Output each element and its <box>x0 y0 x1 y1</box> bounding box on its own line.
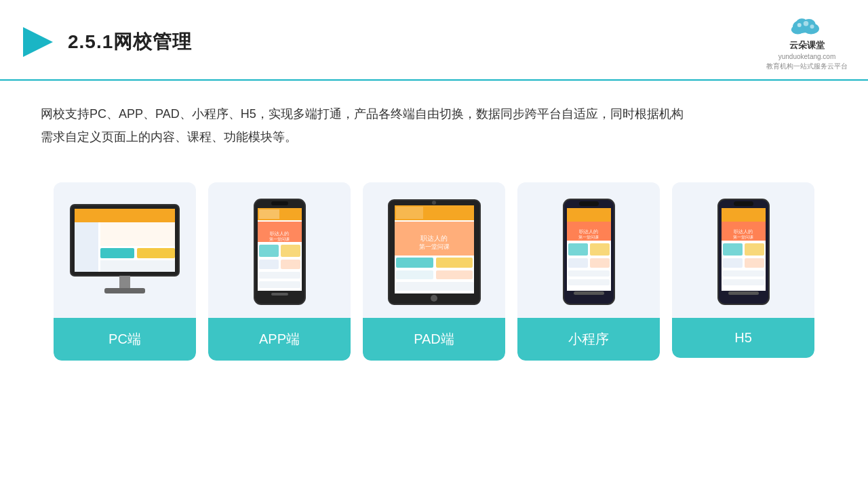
card-pc-image <box>54 182 196 318</box>
svg-rect-73 <box>723 270 764 277</box>
miniprogram-phone-icon: 职达人的 第一堂问课 <box>560 196 618 308</box>
header-left: 2.5.1网校管理 <box>20 24 192 60</box>
svg-text:第一堂问课: 第一堂问课 <box>418 243 449 250</box>
logo-icon <box>787 12 827 38</box>
svg-rect-11 <box>75 209 175 222</box>
card-app: 职达人的 第一堂问课 APP端 <box>208 182 351 361</box>
logo-url: yunduoketang.com <box>778 53 836 60</box>
svg-text:第一堂问课: 第一堂问课 <box>733 235 753 239</box>
svg-rect-56 <box>590 243 610 256</box>
card-h5: 职达人的 第一堂问课 H5 <box>672 182 814 358</box>
svg-rect-18 <box>104 288 145 293</box>
svg-rect-17 <box>119 276 130 289</box>
card-pad: 职达人的 第一堂问课 PAD端 <box>363 182 505 361</box>
svg-rect-57 <box>568 258 588 268</box>
svg-rect-59 <box>568 270 610 277</box>
svg-rect-75 <box>728 291 759 295</box>
svg-rect-23 <box>259 209 279 219</box>
svg-rect-28 <box>281 245 300 257</box>
card-miniprogram-image: 职达人的 第一堂问课 <box>517 182 660 318</box>
header: 2.5.1网校管理 云朵课堂 yunduoketang.com 教育机构一站式服… <box>0 0 868 81</box>
svg-point-8 <box>810 24 814 28</box>
card-pc-label: PC端 <box>54 318 196 361</box>
card-miniprogram: 职达人的 第一堂问课 小程序 <box>517 182 660 361</box>
svg-rect-55 <box>568 243 588 256</box>
card-h5-label: H5 <box>672 318 814 358</box>
svg-rect-16 <box>100 260 175 272</box>
svg-rect-74 <box>723 279 764 285</box>
pad-tablet-icon: 职达人的 第一堂问课 <box>385 195 484 310</box>
card-pad-label: PAD端 <box>363 318 505 361</box>
svg-rect-72 <box>745 258 764 268</box>
logo-name: 云朵课堂 <box>789 39 825 52</box>
card-pad-image: 职达人的 第一堂问课 <box>363 182 505 318</box>
card-app-label: APP端 <box>208 318 351 361</box>
logo-area: 云朵课堂 yunduoketang.com 教育机构一站式服务云平台 <box>766 12 848 71</box>
svg-rect-65 <box>722 208 766 222</box>
svg-rect-44 <box>396 270 433 279</box>
svg-rect-71 <box>723 258 743 268</box>
svg-rect-46 <box>396 282 474 291</box>
card-app-image: 职达人的 第一堂问课 <box>208 182 351 318</box>
svg-rect-14 <box>100 248 134 258</box>
svg-text:第一堂问课: 第一堂问课 <box>578 235 599 239</box>
description: 网校支持PC、APP、PAD、小程序、H5，实现多端打通，产品各终端自由切换，数… <box>0 81 868 155</box>
app-phone-icon: 职达人的 第一堂问课 <box>251 196 309 308</box>
svg-rect-30 <box>281 260 300 269</box>
cards-container: PC端 职达人的 第一堂问课 <box>0 162 868 381</box>
svg-rect-50 <box>579 201 599 206</box>
card-miniprogram-label: 小程序 <box>517 318 660 361</box>
svg-rect-21 <box>271 201 288 205</box>
svg-point-7 <box>804 21 809 26</box>
pc-monitor-icon <box>64 198 186 306</box>
play-icon <box>20 24 56 60</box>
svg-rect-31 <box>259 272 300 279</box>
svg-rect-69 <box>723 243 743 256</box>
svg-rect-43 <box>436 258 473 268</box>
svg-rect-58 <box>590 258 610 268</box>
svg-text:职达人的: 职达人的 <box>579 229 598 235</box>
svg-rect-15 <box>137 248 175 258</box>
svg-text:职达人的: 职达人的 <box>270 231 289 237</box>
svg-text:职达人的: 职达人的 <box>420 235 448 242</box>
svg-rect-29 <box>259 260 279 269</box>
svg-rect-32 <box>259 281 300 288</box>
svg-rect-13 <box>100 222 175 246</box>
svg-rect-12 <box>75 222 98 272</box>
svg-rect-61 <box>574 291 604 295</box>
svg-rect-51 <box>567 208 611 222</box>
svg-text:第一堂问课: 第一堂问课 <box>269 237 290 241</box>
svg-point-36 <box>432 201 436 205</box>
svg-rect-45 <box>436 270 473 279</box>
card-pc: PC端 <box>54 182 196 361</box>
svg-rect-42 <box>396 258 433 268</box>
logo-tagline: 教育机构一站式服务云平台 <box>766 62 848 71</box>
svg-rect-38 <box>396 207 423 219</box>
svg-text:职达人的: 职达人的 <box>734 229 753 235</box>
svg-point-47 <box>431 295 437 302</box>
svg-marker-0 <box>23 27 53 57</box>
h5-phone-icon: 职达人的 第一堂问课 <box>715 196 772 308</box>
svg-rect-64 <box>734 201 753 206</box>
svg-rect-70 <box>745 243 764 256</box>
svg-rect-60 <box>568 279 610 285</box>
page-title: 2.5.1网校管理 <box>68 29 192 55</box>
svg-point-6 <box>797 23 802 27</box>
description-text: 网校支持PC、APP、PAD、小程序、H5，实现多端打通，产品各终端自由切换，数… <box>41 102 827 148</box>
card-h5-image: 职达人的 第一堂问课 <box>672 182 814 318</box>
svg-rect-27 <box>259 245 279 257</box>
svg-rect-33 <box>271 293 288 296</box>
